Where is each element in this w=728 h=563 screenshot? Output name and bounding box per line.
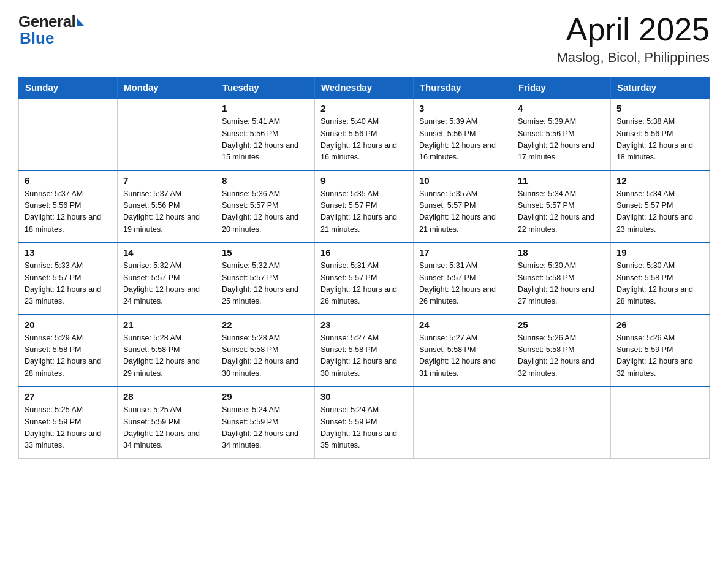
- weekday-header-wednesday: Wednesday: [314, 77, 413, 99]
- day-info: Sunrise: 5:36 AMSunset: 5:57 PMDaylight:…: [222, 188, 309, 236]
- calendar-cell: 12Sunrise: 5:34 AMSunset: 5:57 PMDayligh…: [610, 170, 709, 243]
- day-info: Sunrise: 5:38 AMSunset: 5:56 PMDaylight:…: [616, 116, 703, 164]
- sunrise-text: Sunrise: 5:24 AM: [222, 404, 309, 416]
- day-number: 10: [419, 175, 506, 186]
- day-info: Sunrise: 5:31 AMSunset: 5:57 PMDaylight:…: [419, 260, 506, 308]
- calendar-cell: 22Sunrise: 5:28 AMSunset: 5:58 PMDayligh…: [216, 315, 314, 387]
- daylight-text: Daylight: 12 hours and 30 minutes.: [320, 356, 408, 380]
- calendar-cell: 16Sunrise: 5:31 AMSunset: 5:57 PMDayligh…: [314, 242, 413, 315]
- sunrise-text: Sunrise: 5:34 AM: [616, 188, 703, 200]
- sunset-text: Sunset: 5:59 PM: [320, 416, 408, 428]
- day-number: 21: [123, 320, 210, 330]
- sunrise-text: Sunrise: 5:37 AM: [123, 188, 210, 200]
- daylight-text: Daylight: 12 hours and 23 minutes.: [616, 212, 703, 236]
- calendar-cell: 4Sunrise: 5:39 AMSunset: 5:56 PMDaylight…: [512, 98, 610, 170]
- daylight-text: Daylight: 12 hours and 16 minutes.: [419, 140, 506, 164]
- sunset-text: Sunset: 5:59 PM: [616, 344, 703, 356]
- day-number: 24: [419, 320, 506, 330]
- daylight-text: Daylight: 12 hours and 25 minutes.: [222, 284, 309, 308]
- day-number: 1: [222, 103, 309, 113]
- weekday-header-thursday: Thursday: [413, 77, 512, 99]
- day-number: 11: [518, 175, 605, 186]
- day-number: 13: [25, 247, 112, 258]
- sunset-text: Sunset: 5:56 PM: [222, 128, 309, 140]
- title-block: April 2025 Maslog, Bicol, Philippines: [557, 12, 710, 66]
- calendar-cell: 18Sunrise: 5:30 AMSunset: 5:58 PMDayligh…: [512, 242, 610, 315]
- day-info: Sunrise: 5:26 AMSunset: 5:59 PMDaylight:…: [616, 332, 703, 380]
- day-info: Sunrise: 5:41 AMSunset: 5:56 PMDaylight:…: [222, 116, 309, 164]
- calendar-cell: 20Sunrise: 5:29 AMSunset: 5:58 PMDayligh…: [19, 315, 118, 387]
- calendar-cell: [512, 386, 610, 458]
- calendar-cell: [610, 386, 709, 458]
- daylight-text: Daylight: 12 hours and 23 minutes.: [25, 284, 112, 308]
- day-number: 27: [25, 391, 112, 402]
- daylight-text: Daylight: 12 hours and 17 minutes.: [518, 140, 605, 164]
- day-info: Sunrise: 5:32 AMSunset: 5:57 PMDaylight:…: [123, 260, 210, 308]
- sunrise-text: Sunrise: 5:39 AM: [419, 116, 506, 128]
- calendar-week-row: 20Sunrise: 5:29 AMSunset: 5:58 PMDayligh…: [19, 315, 710, 387]
- sunrise-text: Sunrise: 5:35 AM: [320, 188, 408, 200]
- day-info: Sunrise: 5:26 AMSunset: 5:58 PMDaylight:…: [518, 332, 605, 380]
- sunset-text: Sunset: 5:59 PM: [123, 416, 210, 428]
- day-number: 2: [320, 103, 408, 113]
- day-info: Sunrise: 5:39 AMSunset: 5:56 PMDaylight:…: [518, 116, 605, 164]
- sunrise-text: Sunrise: 5:40 AM: [320, 116, 408, 128]
- calendar-cell: 19Sunrise: 5:30 AMSunset: 5:58 PMDayligh…: [610, 242, 709, 315]
- calendar-cell: 3Sunrise: 5:39 AMSunset: 5:56 PMDaylight…: [413, 98, 512, 170]
- calendar-cell: [117, 98, 216, 170]
- daylight-text: Daylight: 12 hours and 20 minutes.: [222, 212, 309, 236]
- weekday-header-tuesday: Tuesday: [216, 77, 314, 99]
- sunset-text: Sunset: 5:56 PM: [320, 128, 408, 140]
- sunrise-text: Sunrise: 5:29 AM: [25, 332, 112, 344]
- sunset-text: Sunset: 5:56 PM: [616, 128, 703, 140]
- day-number: 18: [518, 247, 605, 258]
- sunset-text: Sunset: 5:57 PM: [320, 272, 408, 284]
- calendar-cell: 23Sunrise: 5:27 AMSunset: 5:58 PMDayligh…: [314, 315, 413, 387]
- day-number: 3: [419, 103, 506, 113]
- day-info: Sunrise: 5:34 AMSunset: 5:57 PMDaylight:…: [616, 188, 703, 236]
- day-info: Sunrise: 5:35 AMSunset: 5:57 PMDaylight:…: [419, 188, 506, 236]
- day-number: 6: [25, 175, 112, 186]
- daylight-text: Daylight: 12 hours and 26 minutes.: [320, 284, 408, 308]
- sunset-text: Sunset: 5:57 PM: [25, 272, 112, 284]
- day-info: Sunrise: 5:27 AMSunset: 5:58 PMDaylight:…: [320, 332, 408, 380]
- sunset-text: Sunset: 5:58 PM: [518, 344, 605, 356]
- calendar-cell: 29Sunrise: 5:24 AMSunset: 5:59 PMDayligh…: [216, 386, 314, 458]
- day-info: Sunrise: 5:25 AMSunset: 5:59 PMDaylight:…: [25, 404, 112, 452]
- sunrise-text: Sunrise: 5:27 AM: [419, 332, 506, 344]
- day-info: Sunrise: 5:27 AMSunset: 5:58 PMDaylight:…: [419, 332, 506, 380]
- calendar-cell: 17Sunrise: 5:31 AMSunset: 5:57 PMDayligh…: [413, 242, 512, 315]
- sunset-text: Sunset: 5:57 PM: [222, 200, 309, 212]
- day-info: Sunrise: 5:24 AMSunset: 5:59 PMDaylight:…: [320, 404, 408, 452]
- calendar-cell: 30Sunrise: 5:24 AMSunset: 5:59 PMDayligh…: [314, 386, 413, 458]
- sunset-text: Sunset: 5:57 PM: [616, 200, 703, 212]
- sunrise-text: Sunrise: 5:30 AM: [616, 260, 703, 272]
- day-number: 4: [518, 103, 605, 113]
- sunset-text: Sunset: 5:56 PM: [25, 200, 112, 212]
- day-info: Sunrise: 5:37 AMSunset: 5:56 PMDaylight:…: [25, 188, 112, 236]
- daylight-text: Daylight: 12 hours and 15 minutes.: [222, 140, 309, 164]
- sunset-text: Sunset: 5:57 PM: [123, 272, 210, 284]
- calendar-cell: 9Sunrise: 5:35 AMSunset: 5:57 PMDaylight…: [314, 170, 413, 243]
- daylight-text: Daylight: 12 hours and 31 minutes.: [419, 356, 506, 380]
- page-header: General Blue April 2025 Maslog, Bicol, P…: [18, 12, 710, 66]
- day-info: Sunrise: 5:28 AMSunset: 5:58 PMDaylight:…: [123, 332, 210, 380]
- sunrise-text: Sunrise: 5:32 AM: [123, 260, 210, 272]
- day-number: 26: [616, 320, 703, 330]
- calendar-week-row: 13Sunrise: 5:33 AMSunset: 5:57 PMDayligh…: [19, 242, 710, 315]
- sunrise-text: Sunrise: 5:39 AM: [518, 116, 605, 128]
- calendar-cell: 6Sunrise: 5:37 AMSunset: 5:56 PMDaylight…: [19, 170, 118, 243]
- sunrise-text: Sunrise: 5:28 AM: [222, 332, 309, 344]
- day-info: Sunrise: 5:29 AMSunset: 5:58 PMDaylight:…: [25, 332, 112, 380]
- calendar-cell: 11Sunrise: 5:34 AMSunset: 5:57 PMDayligh…: [512, 170, 610, 243]
- sunset-text: Sunset: 5:56 PM: [518, 128, 605, 140]
- sunrise-text: Sunrise: 5:26 AM: [616, 332, 703, 344]
- calendar-week-row: 6Sunrise: 5:37 AMSunset: 5:56 PMDaylight…: [19, 170, 710, 243]
- daylight-text: Daylight: 12 hours and 30 minutes.: [222, 356, 309, 380]
- sunrise-text: Sunrise: 5:37 AM: [25, 188, 112, 200]
- calendar-table: SundayMondayTuesdayWednesdayThursdayFrid…: [18, 77, 710, 459]
- daylight-text: Daylight: 12 hours and 28 minutes.: [616, 284, 703, 308]
- day-info: Sunrise: 5:32 AMSunset: 5:57 PMDaylight:…: [222, 260, 309, 308]
- day-number: 9: [320, 175, 408, 186]
- daylight-text: Daylight: 12 hours and 34 minutes.: [222, 428, 309, 452]
